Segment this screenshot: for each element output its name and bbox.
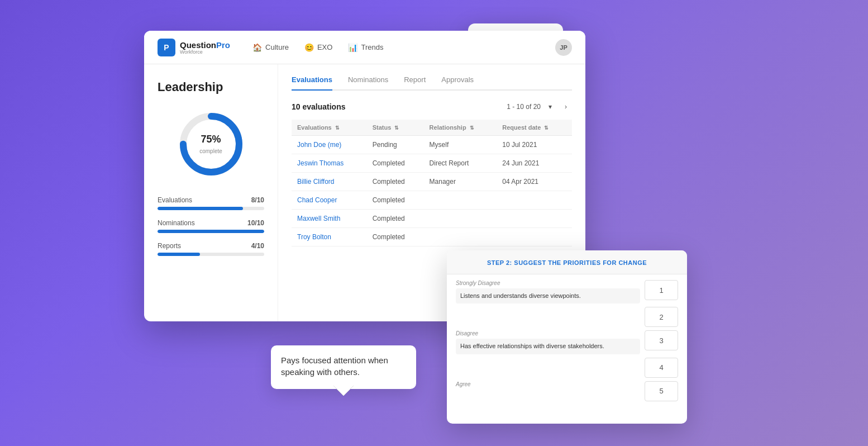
stat-label-evaluations: Evaluations [158, 196, 192, 204]
step2-num-4[interactable]: 4 [645, 358, 678, 378]
col-status[interactable]: Status ⇅ [367, 120, 424, 136]
row-date-6 [497, 228, 572, 246]
nav-items: 🏠 Culture 😊 EXO 📊 Trends [252, 43, 555, 52]
donut-container: 75% complete [158, 108, 264, 181]
stat-reports: Reports 4/10 [158, 242, 264, 256]
nav-label-culture: Culture [265, 43, 289, 51]
step2-row-1: Strongly Disagree Listens and understand… [456, 280, 678, 303]
col-evaluations[interactable]: Evaluations ⇅ [292, 120, 367, 136]
table-header-row: 10 evaluations 1 - 10 of 20 ▾ › [292, 101, 572, 113]
row-rel-3: Manager [424, 173, 497, 191]
trends-icon: 📊 [348, 43, 357, 52]
step2-num-3[interactable]: 3 [645, 330, 678, 350]
donut-percent: 75% [199, 134, 222, 145]
pagination: 1 - 10 of 20 ▾ › [507, 101, 572, 113]
avatar[interactable]: JP [555, 39, 572, 56]
table-row: Chad Cooper Completed [292, 191, 572, 210]
tab-nominations[interactable]: Nominations [348, 75, 388, 89]
logo-box: P [158, 39, 175, 56]
step2-title: STEP 2: SUGGEST THE PRIORITIES FOR CHANG… [487, 259, 647, 266]
col-relationship[interactable]: Relationship ⇅ [424, 120, 497, 136]
logo-text-group: QuestionPro Workforce [180, 40, 230, 55]
step2-label-col-4 [456, 358, 640, 378]
pagination-text: 1 - 10 of 20 [507, 103, 541, 111]
pagination-next[interactable]: › [560, 101, 572, 113]
progress-bar-nominations [158, 230, 264, 233]
step2-label-col-2 [456, 307, 640, 327]
tab-approvals[interactable]: Approvals [441, 75, 474, 89]
row-name-2[interactable]: Jeswin Thomas [292, 154, 367, 173]
nav-label-exo: EXO [317, 43, 332, 51]
row-status-3: Completed [367, 173, 424, 191]
logo-sub: Workforce [180, 49, 230, 55]
donut-sub: complete [199, 148, 222, 154]
row-name-4[interactable]: Chad Cooper [292, 191, 367, 210]
row-date-2: 24 Jun 2021 [497, 154, 572, 173]
tab-evaluations[interactable]: Evaluations [292, 75, 332, 89]
table-header: Evaluations ⇅ Status ⇅ Relationship ⇅ Re… [292, 120, 572, 136]
step2-row-5: Agree 5 [456, 381, 678, 401]
table-row: John Doe (me) Pending Myself 10 Jul 2021 [292, 136, 572, 154]
row-rel-1: Myself [424, 136, 497, 154]
table-row: Troy Bolton Completed [292, 228, 572, 246]
donut-label: 75% complete [199, 134, 222, 155]
stat-value-evaluations: 8/10 [251, 196, 264, 204]
stat-value-reports: 4/10 [251, 242, 264, 250]
step2-num-1[interactable]: 1 [645, 280, 678, 300]
step2-label-col-5: Agree [456, 381, 640, 401]
stat-evaluations: Evaluations 8/10 [158, 196, 264, 210]
row-date-5 [497, 210, 572, 228]
stat-value-nominations: 10/10 [247, 219, 264, 227]
row-date-1: 10 Jul 2021 [497, 136, 572, 154]
table-count: 10 evaluations [292, 102, 346, 111]
progress-fill-reports [158, 253, 200, 256]
row-date-3: 04 Apr 2021 [497, 173, 572, 191]
row-rel-6 [424, 228, 497, 246]
row-status-1: Pending [367, 136, 424, 154]
home-icon: 🏠 [252, 43, 262, 52]
progress-fill-nominations [158, 230, 264, 233]
tooltip-card: Pays focused attention when speaking wit… [271, 345, 416, 389]
row-rel-4 [424, 191, 497, 210]
step2-status-3: Disagree [456, 330, 640, 336]
row-status-2: Completed [367, 154, 424, 173]
row-date-4 [497, 191, 572, 210]
row-name-1[interactable]: John Doe (me) [292, 136, 367, 154]
eval-table: Evaluations ⇅ Status ⇅ Relationship ⇅ Re… [292, 120, 572, 246]
row-status-6: Completed [367, 228, 424, 246]
row-name-5[interactable]: Maxwell Smith [292, 210, 367, 228]
step2-row-4: 4 [456, 358, 678, 378]
progress-bar-evaluations [158, 207, 264, 210]
step2-desc-3: Has effective relationships with diverse… [456, 339, 640, 354]
table-row: Maxwell Smith Completed [292, 210, 572, 228]
step2-num-5[interactable]: 5 [645, 381, 678, 401]
exo-icon: 😊 [304, 43, 314, 52]
progress-fill-evaluations [158, 207, 243, 210]
stat-label-reports: Reports [158, 242, 181, 250]
col-date[interactable]: Request date ⇅ [497, 120, 572, 136]
step2-num-2[interactable]: 2 [645, 307, 678, 327]
left-panel: Leadership 75% complete [144, 64, 278, 321]
stat-nominations: Nominations 10/10 [158, 219, 264, 233]
tab-report[interactable]: Report [404, 75, 426, 89]
row-name-3[interactable]: Billie Clifford [292, 173, 367, 191]
nav-item-trends[interactable]: 📊 Trends [348, 43, 383, 52]
nav-item-culture[interactable]: 🏠 Culture [252, 43, 289, 52]
nav-item-exo[interactable]: 😊 EXO [304, 43, 332, 52]
step2-label-col-3: Disagree Has effective relationships wit… [456, 330, 640, 354]
page-title: Leadership [158, 80, 264, 94]
table-row: Jeswin Thomas Completed Direct Report 24… [292, 154, 572, 173]
logo-letter: P [164, 43, 169, 52]
tooltip-pointer [333, 386, 354, 399]
step2-status-1: Strongly Disagree [456, 280, 640, 286]
row-name-6[interactable]: Troy Bolton [292, 228, 367, 246]
step2-label-col-1: Strongly Disagree Listens and understand… [456, 280, 640, 303]
pagination-dropdown[interactable]: ▾ [544, 101, 556, 113]
row-status-5: Completed [367, 210, 424, 228]
tooltip-text: Pays focused attention when speaking wit… [281, 355, 388, 377]
tabs: Evaluations Nominations Report Approvals [292, 75, 572, 91]
nav-label-trends: Trends [361, 43, 383, 51]
step2-card: STEP 2: SUGGEST THE PRIORITIES FOR CHANG… [447, 250, 687, 424]
step2-status-5: Agree [456, 381, 640, 387]
stat-label-nominations: Nominations [158, 219, 195, 227]
